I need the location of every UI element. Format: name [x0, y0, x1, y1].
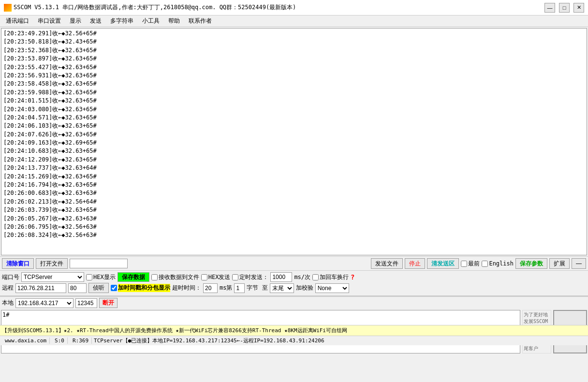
- timeout-value-input[interactable]: [203, 283, 218, 293]
- menu-item-发送[interactable]: 发送: [86, 16, 105, 26]
- timed-send-checkbox[interactable]: [232, 274, 238, 280]
- main-layout: [20:23:49.291]收←◆32.56+65#[20:23:50.818]…: [0, 27, 588, 382]
- crlf-checkbox[interactable]: [312, 274, 319, 280]
- terminal-line: [20:24:10.683]收←◆32.63+65#: [3, 147, 585, 155]
- terminal-line: [20:24:03.080]收←◆32.63+65#: [3, 105, 585, 114]
- hex-send-checkbox[interactable]: [201, 274, 207, 280]
- send-file-button[interactable]: 发送文件: [371, 258, 403, 269]
- close-button[interactable]: ✕: [573, 3, 584, 13]
- remote-port-input[interactable]: [68, 283, 87, 293]
- timed-send-item: 定时发送：: [232, 273, 268, 281]
- timestamp-item: 加时间戳和分包显示: [111, 284, 170, 292]
- info-text: 【升级到SSCOM5.13.1】★2. ★RT-Thread中国人的开源免费操作…: [2, 327, 347, 334]
- byte-end-select[interactable]: 末尾: [270, 283, 294, 293]
- terminal-line: [20:24:06.103]收←◆32.63+65#: [3, 122, 585, 130]
- local-port-input[interactable]: [75, 298, 97, 308]
- menu-bar: 通讯端口串口设置显示发送多字符串小工具帮助联系作者: [0, 15, 588, 27]
- terminal-line: [20:23:59.988]收←◆32.63+65#: [3, 88, 585, 97]
- open-file-button[interactable]: 打开文件: [36, 258, 68, 269]
- hex-display-checkbox[interactable]: [86, 274, 92, 280]
- terminal-line: [20:26:03.739]收←◆32.63+65#: [3, 206, 585, 214]
- terminal-line: [20:23:58.458]收←◆32.63+65#: [3, 80, 585, 88]
- crlf-item: 加回车换行: [312, 273, 349, 281]
- terminal-line: [20:23:53.897]收←◆32.63+65#: [3, 55, 585, 63]
- port-label: 端口号: [2, 273, 19, 281]
- terminal-line: [20:26:06.795]收←◆32.56+63#: [3, 223, 585, 231]
- config-row1: 端口号 TCPServer HEX显示 保存数据 接收数据到文件: [2, 272, 586, 282]
- terminal-line: [20:26:00.683]收←◆32.63+63#: [3, 189, 585, 197]
- remote-label: 远程: [2, 284, 14, 292]
- menu-item-串口设置[interactable]: 串口设置: [34, 16, 65, 26]
- stop-button[interactable]: 停止: [405, 258, 425, 269]
- menu-item-帮助[interactable]: 帮助: [164, 16, 184, 26]
- menu-item-多字符串[interactable]: 多字符串: [106, 16, 137, 26]
- timed-value-input[interactable]: [270, 272, 292, 282]
- menu-item-联系作者[interactable]: 联系作者: [185, 16, 216, 26]
- english-label: English: [489, 260, 514, 267]
- collapse-button[interactable]: —: [572, 258, 586, 269]
- config-area: 端口号 TCPServer HEX显示 保存数据 接收数据到文件: [0, 271, 588, 296]
- terminal-line: [20:24:16.794]收←◆32.63+65#: [3, 181, 585, 189]
- last-label: 最前: [468, 260, 480, 268]
- timed-unit-label: ms/次: [294, 273, 310, 281]
- hex-send-label: HEX发送: [208, 273, 231, 281]
- last-checkbox[interactable]: [461, 261, 467, 267]
- status-bar: www.daxia.com S:0 R:369 TCPserver【●已连接】本…: [0, 336, 588, 345]
- save-params-button[interactable]: 保存参数: [515, 258, 547, 269]
- local-ip-select[interactable]: 192.168.43.217: [15, 298, 74, 308]
- remote-ip-input[interactable]: [15, 283, 66, 293]
- port-select[interactable]: TCPServer: [21, 272, 84, 282]
- config-row2: 远程 侦听 加时间戳和分包显示 超时时间： ms第 字节 至 末尾 加校验: [2, 283, 586, 293]
- menu-item-显示[interactable]: 显示: [66, 16, 85, 26]
- terminal-line: [20:23:55.427]收←◆32.63+65#: [3, 63, 585, 72]
- checksum-select[interactable]: None: [315, 283, 349, 293]
- terminal-line: [20:24:04.571]收←◆32.63+65#: [3, 114, 585, 122]
- terminal-line: [20:24:01.515]收←◆32.63+65#: [3, 97, 585, 105]
- hex-send-item: HEX发送: [201, 273, 231, 281]
- terminal-line: [20:23:49.291]收←◆32.56+65#: [3, 29, 585, 38]
- menu-item-通讯端口[interactable]: 通讯端口: [2, 16, 33, 26]
- r-status: R:369: [70, 338, 92, 344]
- timestamp-checkbox[interactable]: [111, 285, 117, 291]
- send-area: 本地 192.168.43.217 断开 1# 为了更好地发展SSCOM软件 请…: [0, 296, 588, 325]
- bottom-toolbar: 清除窗口 打开文件 发送文件 停止 清发送区 最前 English 保存参数 扩…: [0, 256, 588, 271]
- terminal-line: [20:24:07.626]收←◆32.63+65#: [3, 131, 585, 139]
- minimize-button[interactable]: —: [544, 3, 555, 13]
- expand-button[interactable]: 扩展: [549, 258, 570, 269]
- terminal-line: [20:24:15.269]收←◆32.63+65#: [3, 173, 585, 181]
- terminal-line: [20:26:08.324]收←◆32.56+63#: [3, 231, 585, 239]
- connection-status: TCPserver【●已连接】本地IP=192.168.43.217:12345…: [94, 337, 324, 344]
- terminal-line: [20:24:13.737]收←◆32.63+64#: [3, 164, 585, 172]
- english-checkbox[interactable]: [482, 261, 488, 267]
- clear-window-button[interactable]: 清除窗口: [2, 258, 34, 269]
- left-content: [20:23:49.291]收←◆32.56+65#[20:23:50.818]…: [0, 27, 588, 382]
- window-controls: — □ ✕: [544, 3, 584, 13]
- timeout-label: 超时时间：: [172, 284, 201, 292]
- byte-from-input[interactable]: [234, 283, 245, 293]
- maximize-button[interactable]: □: [559, 3, 570, 13]
- menu-item-小工具[interactable]: 小工具: [138, 16, 163, 26]
- hex-display-label: HEX显示: [93, 273, 116, 281]
- receive-file-checkbox[interactable]: [151, 274, 158, 280]
- website-status: www.daxia.com: [2, 338, 50, 344]
- save-data-button[interactable]: 保存数据: [118, 272, 149, 282]
- terminal-line: [20:23:52.368]收←◆32.63+65#: [3, 46, 585, 55]
- terminal-line: [20:24:12.209]收←◆32.63+65#: [3, 156, 585, 164]
- terminal-line: [20:23:50.818]收←◆32.43+65#: [3, 38, 585, 46]
- terminal-line: [20:26:02.213]收←◆32.56+64#: [3, 198, 585, 206]
- last-checkbox-item: 最前: [461, 260, 480, 268]
- clear-send-button[interactable]: 清发送区: [427, 258, 459, 269]
- terminal-area[interactable]: [20:23:49.291]收←◆32.56+65#[20:23:50.818]…: [1, 28, 587, 255]
- disconnect-button[interactable]: 断开: [99, 298, 118, 308]
- s-status: S:0: [52, 338, 68, 344]
- terminal-line: [20:24:09.163]收←◆32.69+65#: [3, 139, 585, 147]
- app-icon: [4, 4, 12, 12]
- english-checkbox-item: English: [482, 260, 514, 267]
- listen-button[interactable]: 侦听: [88, 283, 109, 293]
- toolbar-input[interactable]: [70, 259, 128, 268]
- title-bar: SSCOM V5.13.1 串口/网络数据调试器,作者:大虾丁丁,2618058…: [0, 0, 588, 15]
- title-text: SSCOM V5.13.1 串口/网络数据调试器,作者:大虾丁丁,2618058…: [14, 3, 296, 12]
- timed-send-label: 定时发送：: [239, 273, 268, 281]
- checksum-label: 加校验: [296, 284, 313, 292]
- terminal-line: [20:26:05.267]收←◆32.63+63#: [3, 215, 585, 223]
